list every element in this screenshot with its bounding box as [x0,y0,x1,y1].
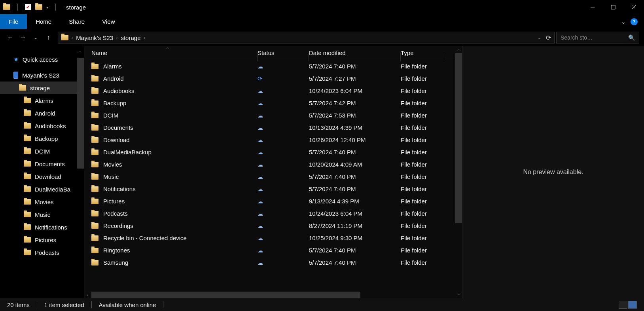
tree-item[interactable]: Movies [0,195,84,208]
table-row[interactable]: Pictures☁9/13/2024 4:39 PMFile folder [84,195,462,207]
tree-item[interactable]: Pictures [0,233,84,246]
tab-home[interactable]: Home [27,14,60,29]
vertical-scrollbar[interactable]: ︿ ﹀ [455,46,462,298]
table-row[interactable]: Recycle bin - Connected device☁10/25/202… [84,232,462,244]
tree-item[interactable]: Android [0,107,84,119]
tree-label: Quick access [23,56,58,63]
cloud-icon: ☁ [258,63,263,70]
folder-icon [24,174,31,179]
file-name: Alarms [103,63,122,70]
folder-icon [24,110,31,116]
tree-item[interactable]: Documents [0,157,84,170]
tree-item[interactable]: Music [0,208,84,221]
close-button[interactable] [623,0,644,14]
file-date: 5/7/2024 7:40 PM [309,186,401,192]
file-type: File folder [401,259,444,266]
back-button[interactable]: ← [5,32,16,43]
scrollbar-thumb[interactable] [455,53,462,223]
details-view-button[interactable] [619,301,627,309]
column-date[interactable]: Date modified [309,49,401,56]
large-icons-view-button[interactable] [628,301,637,309]
breadcrumb-item[interactable]: Mayank's S23 [76,34,113,41]
scrollbar-thumb[interactable] [91,292,360,298]
file-date: 10/20/2024 4:09 AM [309,161,401,168]
dropdown-icon[interactable]: ▾ [46,5,48,9]
tree-item[interactable]: DCIM [0,145,84,157]
chevron-right-icon[interactable]: › [116,36,117,40]
table-row[interactable]: DCIM☁5/7/2024 7:53 PMFile folder [84,109,462,121]
tree-label: Podcasts [35,249,59,256]
tree-label: Movies [35,199,54,205]
table-row[interactable]: Backupp☁5/7/2024 7:42 PMFile folder [84,97,462,109]
table-row[interactable]: Audiobooks☁10/24/2023 6:04 PMFile folder [84,85,462,97]
address-bar[interactable]: › Mayank's S23 › storage › ⌄ ⟳ [58,32,555,44]
tab-file[interactable]: File [0,14,27,29]
table-row[interactable]: Ringtones☁5/7/2024 7:40 PMFile folder [84,244,462,256]
cloud-icon: ☁ [258,247,263,254]
column-name[interactable]: Name [91,49,258,56]
tree-item[interactable]: DualMediaBa [0,183,84,195]
cloud-icon: ☁ [258,174,263,180]
file-name: Recycle bin - Connected device [103,235,187,241]
recent-dropdown[interactable]: ⌄ [30,32,41,43]
scroll-down-icon[interactable]: ﹀ [455,291,462,298]
folder-icon [24,123,31,129]
folder-icon [61,35,68,40]
tree-label: Audiobooks [35,123,66,129]
table-row[interactable]: Documents☁10/13/2024 4:39 PMFile folder [84,121,462,134]
folder-icon [24,136,31,141]
maximize-button[interactable] [603,0,623,14]
column-type[interactable]: Type [401,49,444,56]
refresh-icon[interactable]: ⟳ [546,34,551,42]
breadcrumb-item[interactable]: storage [121,34,140,41]
file-list: ︿ Name Status Date modified Type Alarms☁… [84,46,462,298]
tab-share[interactable]: Share [60,14,93,29]
file-date: 9/13/2024 4:39 PM [309,198,401,205]
table-row[interactable]: DualMediaBackup☁5/7/2024 7:40 PMFile fol… [84,146,462,158]
address-dropdown-icon[interactable]: ⌄ [538,35,541,40]
table-row[interactable]: Download☁10/26/2024 12:40 PMFile folder [84,134,462,146]
tree-label: Android [35,110,55,117]
folder-icon [91,137,98,143]
chevron-right-icon[interactable]: › [72,36,73,40]
search-input[interactable]: Search sto… 🔍 [556,32,639,44]
folder-icon [91,64,98,69]
table-row[interactable]: Podcasts☁10/24/2023 6:04 PMFile folder [84,207,462,220]
folder-icon [91,235,98,241]
minimize-button[interactable] [582,0,603,14]
forward-button[interactable]: → [17,32,28,43]
table-row[interactable]: Notifications☁5/7/2024 7:40 PMFile folde… [84,183,462,195]
tree-item[interactable]: Notifications [0,221,84,233]
table-row[interactable]: Recordings☁8/27/2024 11:19 PMFile folder [84,220,462,232]
folder-icon [91,113,98,118]
tree-item[interactable]: Audiobooks [0,119,84,132]
tree-item[interactable]: Backupp [0,132,84,145]
table-row[interactable]: Movies☁10/20/2024 4:09 AMFile folder [84,158,462,171]
column-status[interactable]: Status [258,49,309,56]
help-icon[interactable]: ? [631,18,638,25]
folder-icon [24,148,31,154]
expand-ribbon-icon[interactable]: ⌄ [621,19,626,25]
horizontal-scrollbar[interactable]: ‹ › [84,291,462,298]
tree-storage[interactable]: storage [0,82,84,94]
checkbox-icon: ✔ [25,4,31,10]
tree-device[interactable]: Mayank's S23 [0,69,84,82]
up-button[interactable]: ↑ [43,32,54,43]
file-type: File folder [401,186,444,192]
tree-item[interactable]: Podcasts [0,246,84,259]
folder-icon [91,174,98,180]
tree-scrollbar[interactable] [77,58,84,169]
scroll-up-icon[interactable]: ︿ [78,48,82,54]
table-row[interactable]: Music☁5/7/2024 7:40 PMFile folder [84,171,462,183]
tree-quick-access[interactable]: ★Quick access [0,53,84,66]
tab-view[interactable]: View [93,14,123,29]
scroll-left-icon[interactable]: ‹ [84,293,91,297]
tree-item[interactable]: Download [0,170,84,183]
scroll-up-icon[interactable]: ︿ [455,46,462,53]
table-row[interactable]: Samsung☁5/7/2024 7:40 PMFile folder [84,256,462,269]
table-row[interactable]: Alarms☁5/7/2024 7:40 PMFile folder [84,60,462,72]
tree-item[interactable]: Alarms [0,94,84,107]
table-row[interactable]: Android⟳5/7/2024 7:27 PMFile folder [84,72,462,85]
chevron-right-icon[interactable]: › [144,36,145,40]
sync-icon: ⟳ [258,75,263,82]
